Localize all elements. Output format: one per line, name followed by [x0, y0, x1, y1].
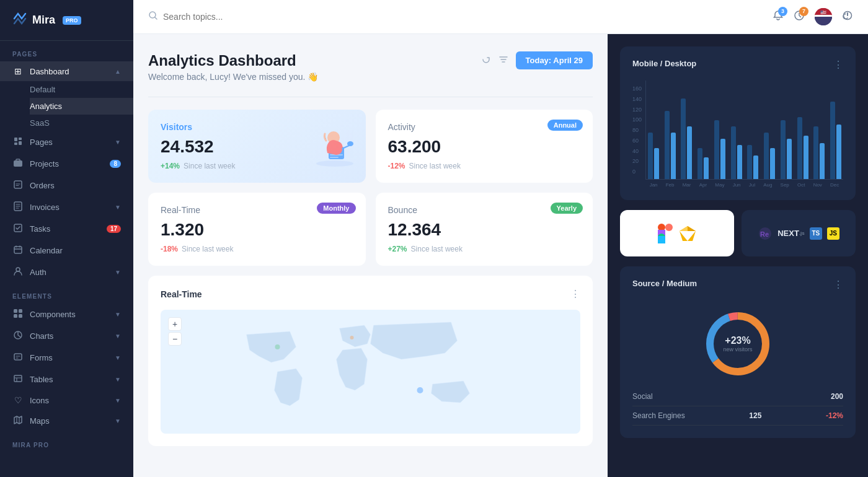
orders-icon — [12, 180, 24, 191]
dashboard-icon: ⊞ — [12, 66, 24, 76]
chevron-icon: ▼ — [115, 311, 121, 318]
svg-point-30 — [347, 141, 353, 146]
chevron-icon: ▼ — [115, 139, 121, 146]
sidebar-item-components[interactable]: Components ▼ — [0, 304, 133, 325]
world-map: + − — [161, 310, 580, 434]
sidebar-item-label: Forms — [30, 353, 53, 362]
donut-pct: +23% — [723, 335, 752, 346]
dark-bars-area — [645, 81, 843, 180]
sidebar-item-analytics[interactable]: Analytics — [30, 98, 133, 115]
search-input[interactable] — [163, 12, 765, 22]
notification-count: 3 — [778, 7, 787, 16]
icons-icon: ♡ — [12, 395, 24, 405]
nextjs-icon: NEXT .js — [777, 229, 805, 238]
dark-bar-oct-2 — [804, 136, 808, 179]
divider — [148, 97, 593, 97]
sidebar-item-saas[interactable]: SaaS — [30, 115, 133, 131]
chevron-icon: ▼ — [115, 418, 121, 424]
realtime-change-pct: -18% — [161, 245, 178, 253]
sidebar-item-projects[interactable]: Projects 8 — [0, 153, 133, 175]
sidebar-item-dashboard[interactable]: ⊞ Dashboard ▲ — [0, 61, 133, 81]
sidebar-item-label: Components — [30, 310, 76, 319]
dark-bar-jan-2 — [654, 148, 659, 179]
projects-icon — [12, 158, 24, 170]
y-axis: 160 140 120 100 80 60 40 20 0 — [632, 81, 642, 180]
javascript-icon: JS — [827, 227, 839, 240]
donut-container: +23% new visitors — [632, 300, 843, 387]
sidebar-item-maps[interactable]: Maps ▼ — [0, 410, 133, 432]
dark-chart-menu[interactable]: ⋮ — [833, 59, 843, 71]
today-button[interactable]: Today: April 29 — [516, 51, 593, 69]
sidebar-item-auth[interactable]: Auth ▼ — [0, 261, 133, 283]
forms-icon — [12, 352, 24, 364]
sidebar-item-tasks[interactable]: Tasks 17 — [0, 218, 133, 240]
sidebar-item-label: Dashboard — [30, 67, 69, 76]
svg-text:🇺🇸: 🇺🇸 — [820, 9, 826, 15]
stat-card-activity: Annual Activity 63.200 -12% Since last w… — [376, 110, 593, 183]
main-area: 3 7 🇺🇸 Analytics Dashboard — [133, 0, 868, 477]
dark-bar-apr-2 — [704, 157, 709, 179]
svg-rect-5 — [14, 181, 22, 188]
sidebar-item-invoices[interactable]: Invoices ▼ — [0, 196, 133, 218]
header-actions: Today: April 29 — [481, 51, 593, 69]
dark-bar-jul-2 — [753, 155, 758, 179]
sidebar-logo: Mira PRO — [0, 0, 133, 41]
activity-change-pct: -12% — [388, 162, 405, 170]
sidebar-item-label: Tables — [30, 375, 53, 384]
bell-button[interactable]: 7 — [794, 10, 805, 24]
source-row-search: Search Engines 125 -12% — [632, 406, 843, 426]
components-icon — [12, 309, 24, 320]
sidebar-item-default[interactable]: Default — [30, 81, 133, 98]
chevron-icon: ▼ — [115, 354, 121, 361]
dark-bar-nov-1 — [813, 126, 818, 179]
dark-bar-sep-1 — [781, 120, 786, 179]
stats-grid: Visitors 24.532 +14% Since last week — [148, 110, 593, 266]
bar-group-jan — [646, 133, 661, 179]
language-selector[interactable]: 🇺🇸 — [815, 8, 832, 25]
notifications-button[interactable]: 3 — [773, 10, 784, 24]
filter-icon[interactable] — [498, 55, 508, 67]
tasks-badge: 17 — [107, 225, 121, 233]
sidebar-item-tables[interactable]: Tables ▼ — [0, 369, 133, 390]
sidebar-item-calendar[interactable]: Calendar — [0, 240, 133, 261]
realtime-badge: Monthly — [317, 203, 355, 214]
page-title: Analytics Dashboard — [148, 52, 296, 69]
sidebar-item-charts[interactable]: Charts ▼ — [0, 325, 133, 347]
dark-bar-jul-1 — [747, 145, 752, 179]
activity-value: 63.200 — [388, 137, 581, 157]
x-axis-labels: Jan Feb Mar Apr May Jun Jul Aug Sep Oct … — [645, 182, 843, 188]
pro-badge: PRO — [63, 16, 81, 25]
svg-rect-13 — [19, 314, 22, 318]
refresh-icon[interactable] — [481, 55, 491, 67]
map-title: Real-Time — [161, 289, 202, 299]
source-medium-card: Source / Medium ⋮ — [620, 266, 856, 438]
svg-point-31 — [417, 387, 423, 393]
sidebar-item-forms[interactable]: Forms ▼ — [0, 347, 133, 369]
stat-card-visitors: Visitors 24.532 +14% Since last week — [148, 110, 366, 183]
svg-rect-3 — [19, 141, 22, 145]
dark-chart-content: 160 140 120 100 80 60 40 20 0 — [632, 81, 843, 188]
realtime-change-label: Since last week — [182, 245, 233, 253]
sidebar-item-label: Orders — [30, 181, 55, 190]
sidebar-item-icons[interactable]: ♡ Icons ▼ — [0, 390, 133, 410]
visitors-illustration — [310, 119, 360, 171]
search-icon — [148, 11, 158, 23]
figma-icon — [658, 224, 673, 243]
source-medium-menu[interactable]: ⋮ — [833, 279, 843, 291]
sidebar-item-label: Auth — [30, 268, 46, 277]
svg-rect-10 — [14, 309, 17, 313]
svg-rect-1 — [19, 138, 22, 140]
source-row-social: Social 200 — [632, 387, 843, 406]
map-menu-icon[interactable]: ⋮ — [570, 288, 580, 300]
bar-group-jun — [729, 126, 744, 179]
svg-rect-20 — [815, 17, 832, 25]
bar-group-apr — [696, 148, 711, 179]
sidebar-item-pages[interactable]: Pages ▼ — [0, 131, 133, 153]
projects-badge: 8 — [110, 160, 121, 168]
bell-count: 7 — [799, 7, 808, 16]
svg-rect-11 — [19, 309, 22, 313]
power-button[interactable] — [842, 10, 853, 24]
chevron-icon: ▼ — [115, 397, 121, 404]
sidebar-item-orders[interactable]: Orders — [0, 175, 133, 196]
svg-rect-35 — [665, 224, 673, 231]
